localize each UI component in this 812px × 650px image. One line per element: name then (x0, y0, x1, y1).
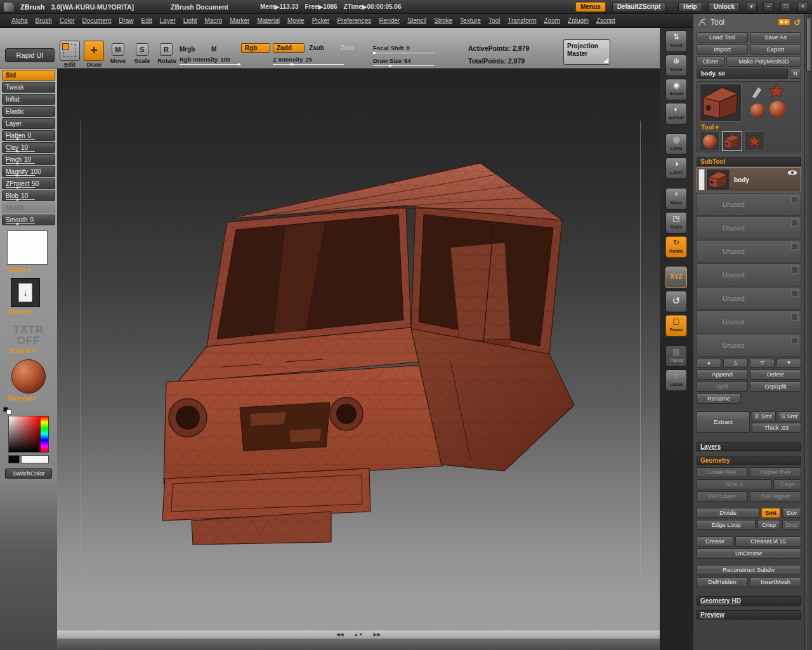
subtool-item-unused-7[interactable]: Unused (697, 334, 801, 357)
menu-item-transform[interactable]: Transform (508, 17, 536, 24)
default-zscript-button[interactable]: DefaultZScript (612, 2, 665, 12)
suv-toggle[interactable]: Suv (782, 508, 801, 518)
subtool-item-unused-4[interactable]: Unused (697, 263, 801, 286)
secondary-color-swatch[interactable] (8, 455, 20, 463)
color-swap-icon[interactable] (3, 407, 12, 415)
menu-item-movie[interactable]: Movie (287, 17, 304, 24)
brush-inflat[interactable]: Inflat (2, 94, 55, 105)
menu-item-material[interactable]: Material (257, 17, 280, 24)
recent-tool-star[interactable] (744, 131, 764, 151)
star-tool-icon[interactable] (768, 83, 785, 100)
help-button[interactable]: Help (678, 2, 702, 12)
brush-blob[interactable]: Blob10 (2, 190, 55, 201)
panel-scrollbar[interactable] (804, 14, 812, 650)
del-higher-button[interactable]: Del Higher (750, 491, 801, 501)
rotate-button[interactable]: R (160, 43, 173, 56)
menu-item-macro[interactable]: Macro (204, 17, 222, 24)
brush-tweak[interactable]: Tweak (2, 82, 55, 93)
z-intensity-slider[interactable]: Z Intensity25 (273, 56, 344, 65)
scroll-right-icon[interactable]: ▶▶ (373, 632, 381, 637)
draw-size-slider[interactable]: Draw Size64 (373, 57, 434, 66)
transp-button[interactable]: ▨Transp (665, 345, 687, 367)
brush-smooth[interactable]: Smooth0 (2, 215, 55, 225)
export-button[interactable]: Export (750, 44, 801, 55)
palette-icon[interactable] (778, 18, 790, 26)
zoom-button[interactable]: ⊕Zoom (665, 55, 687, 76)
geometry-hd-section-header[interactable]: Geometry HD (697, 596, 801, 606)
split-button[interactable]: Split (697, 381, 748, 392)
menu-item-brush[interactable]: Brush (36, 17, 52, 24)
panel-scrollbar-thumb[interactable] (806, 17, 811, 72)
window-minimize-icon[interactable]: – (763, 2, 774, 11)
reconstruct-subdiv-button[interactable]: Reconstruct Subdiv (697, 565, 801, 575)
del-hidden-button[interactable]: DelHidden (697, 577, 748, 587)
subtool-move-top-button[interactable]: ▲ (697, 359, 721, 368)
subtool-checkbox[interactable] (791, 196, 798, 203)
menu-item-zscript[interactable]: Zscript (596, 17, 615, 24)
menu-item-light[interactable]: Light (183, 17, 197, 24)
xyz-button[interactable]: XYZ (665, 267, 687, 288)
brush-morph[interactable]: Morph (2, 202, 55, 213)
extract-button[interactable]: Extract (697, 411, 750, 433)
smt-toggle[interactable]: Smt (761, 508, 780, 518)
frame-button[interactable]: ▢Frame (665, 315, 687, 336)
brush-tool-icon[interactable] (749, 84, 763, 98)
append-button[interactable]: Append (697, 369, 748, 380)
visibility-eye-icon[interactable] (787, 169, 798, 176)
menu-item-stencil[interactable]: Stencil (407, 17, 426, 24)
window-shade-icon[interactable]: ▾ (746, 2, 757, 11)
edit-button[interactable] (60, 41, 80, 61)
subtool-item-unused-5[interactable]: Unused (697, 287, 801, 310)
lower-res-button[interactable]: Lower Res (697, 467, 748, 477)
menu-item-texture[interactable]: Texture (460, 17, 481, 24)
lsym-button[interactable]: ◑L.Sym (665, 157, 687, 179)
scale-button[interactable]: S (136, 43, 148, 56)
brush-magnify[interactable]: Magnify100 (2, 166, 55, 177)
recent-tool-truck[interactable] (722, 131, 742, 151)
stroke-dropdown[interactable]: Stroke (0, 308, 57, 315)
current-tool-thumbnail[interactable] (700, 84, 742, 122)
ssmt-toggle[interactable]: S Smt (778, 411, 802, 421)
rgb-toggle[interactable]: Rgb (241, 43, 270, 53)
save-as-button[interactable]: Save As (750, 32, 801, 43)
subtool-item-unused-6[interactable]: Unused (697, 310, 801, 333)
window-close-icon[interactable]: × (797, 2, 808, 11)
zsub-toggle[interactable]: Zsub (309, 44, 324, 51)
menu-item-preferences[interactable]: Preferences (337, 17, 371, 24)
brush-pinch[interactable]: Pinch10 (2, 154, 55, 165)
tool-panel-header[interactable]: Tool ↺ (693, 14, 804, 30)
sphere2-tool-icon[interactable] (769, 101, 786, 117)
lasso-button[interactable]: ◌Lasso (665, 369, 687, 391)
cage-button[interactable]: Cage (773, 479, 801, 489)
brush-flatten[interactable]: Flatten0 (2, 130, 55, 141)
subtool-move-bottom-button[interactable]: ▼ (776, 359, 801, 368)
aahalf-button[interactable]: ◐AAHalf (665, 103, 687, 124)
menu-item-color[interactable]: Color (60, 17, 75, 24)
window-maximize-icon[interactable]: □ (780, 2, 791, 11)
delete-button[interactable]: Delete (750, 369, 801, 380)
tool-item-slider[interactable]: body. 50 (697, 69, 788, 79)
brush-layer[interactable]: Layer (2, 118, 55, 129)
material-thumbnail[interactable] (11, 359, 46, 394)
menu-item-stroke[interactable]: Stroke (434, 17, 452, 24)
material-dropdown[interactable]: Material (0, 395, 57, 402)
import-button[interactable]: Import (697, 44, 748, 55)
brush-std[interactable]: Std (2, 70, 55, 81)
geometry-section-header[interactable]: Geometry (697, 456, 801, 465)
subtool-item-unused-2[interactable]: Unused (697, 216, 801, 239)
scroll-left-icon[interactable]: ◀◀ (336, 632, 344, 637)
rapid-ui-button[interactable]: Rapid UI (5, 48, 55, 62)
subtool-item-unused-1[interactable]: Unused (697, 193, 801, 216)
subtool-move-up-button[interactable]: △ (723, 359, 748, 368)
primary-color-swatch[interactable] (21, 455, 49, 463)
mrgb-toggle[interactable]: Mrgb (180, 46, 195, 53)
subtool-move-down-button[interactable]: ▽ (750, 359, 775, 368)
menu-item-tool[interactable]: Tool (488, 17, 500, 24)
menu-item-marker[interactable]: Marker (230, 17, 249, 24)
texture-dropdown[interactable]: Texture (0, 347, 57, 354)
scale-mode-button[interactable]: ◳Scale (665, 212, 687, 234)
clone-button[interactable]: Clone (697, 56, 724, 67)
move-button[interactable]: M (112, 43, 124, 56)
draw-button[interactable]: + (84, 41, 104, 61)
color-picker[interactable] (8, 416, 49, 453)
